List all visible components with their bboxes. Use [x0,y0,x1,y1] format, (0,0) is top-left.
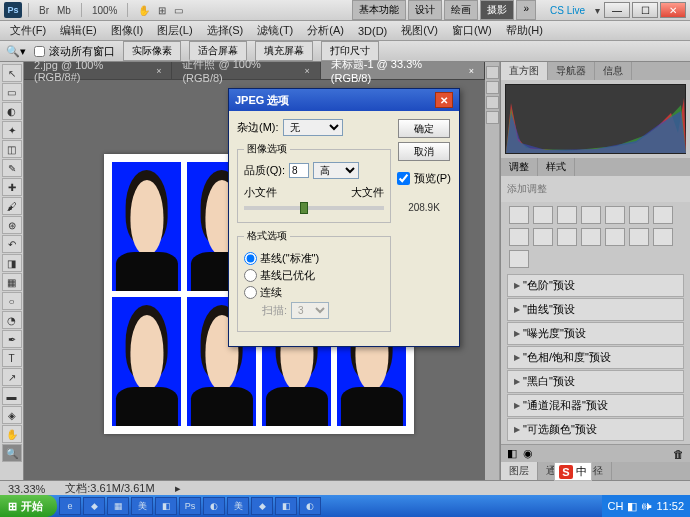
brush-tool[interactable]: 🖌 [2,197,22,215]
ok-button[interactable]: 确定 [398,119,450,138]
quality-select[interactable]: 高 [313,162,359,179]
close-icon[interactable]: × [305,66,310,76]
adj-bw-icon[interactable] [509,228,529,246]
adj-exposure-icon[interactable] [581,206,601,224]
blur-tool[interactable]: ○ [2,292,22,310]
gradient-tool[interactable]: ▦ [2,273,22,291]
taskbar-item[interactable]: ◆ [251,497,273,515]
menu-analysis[interactable]: 分析(A) [301,21,350,40]
trash-icon[interactable]: 🗑 [673,448,684,460]
menu-filter[interactable]: 滤镜(T) [251,21,299,40]
doc-tab-1[interactable]: 2.jpg @ 100% (RGB/8#)× [24,62,172,79]
taskbar-item[interactable]: Ps [179,497,201,515]
tab-layers[interactable]: 图层 [501,462,538,480]
minimize-button[interactable]: — [604,2,630,18]
menu-select[interactable]: 选择(S) [201,21,250,40]
menu-image[interactable]: 图像(I) [105,21,149,40]
adj-vibrance-icon[interactable] [605,206,625,224]
taskbar-item[interactable]: e [59,497,81,515]
menu-view[interactable]: 视图(V) [395,21,444,40]
dialog-close-button[interactable]: ✕ [435,92,453,108]
cslive-menu-icon[interactable]: ▾ [591,4,604,17]
dialog-titlebar[interactable]: JPEG 选项 ✕ [229,89,459,111]
slider-thumb[interactable] [300,202,308,214]
marquee-tool[interactable]: ▭ [2,83,22,101]
lasso-tool[interactable]: ◐ [2,102,22,120]
close-button[interactable]: ✕ [660,2,686,18]
doc-tab-2[interactable]: 证件照 @ 100%(RGB/8)× [172,62,320,79]
cancel-button[interactable]: 取消 [398,142,450,161]
tab-navigator[interactable]: 导航器 [548,62,595,80]
baseline-radio[interactable] [244,252,257,265]
tray-icon[interactable]: CH [608,500,624,512]
view-icon[interactable]: ⊞ [154,4,170,17]
quality-input[interactable] [289,163,309,178]
adj-invert-icon[interactable] [581,228,601,246]
adj-mixer-icon[interactable] [557,228,577,246]
close-icon[interactable]: × [469,66,474,76]
menu-layer[interactable]: 图层(L) [151,21,198,40]
ime-indicator[interactable]: S中 [554,462,592,481]
adj-posterize-icon[interactable] [605,228,625,246]
matte-select[interactable]: 无 [283,119,343,136]
ws-design[interactable]: 设计 [408,0,442,20]
preset-item[interactable]: ▶"黑白"预设 [507,370,684,393]
cslive-link[interactable]: CS Live [550,5,585,16]
preset-item[interactable]: ▶"色阶"预设 [507,274,684,297]
dodge-tool[interactable]: ◔ [2,311,22,329]
panel-icon[interactable] [486,111,499,124]
tool-preset-icon[interactable]: 🔍▾ [6,45,26,58]
taskbar-item[interactable]: ◆ [83,497,105,515]
path-tool[interactable]: ↗ [2,368,22,386]
doc-tab-3[interactable]: 未标题-1 @ 33.3% (RGB/8)× [321,62,485,79]
eraser-tool[interactable]: ◨ [2,254,22,272]
tab-info[interactable]: 信息 [595,62,632,80]
adj-curves-icon[interactable] [557,206,577,224]
preview-checkbox[interactable] [397,172,410,185]
tab-adjustments[interactable]: 调整 [501,158,538,176]
maximize-button[interactable]: ☐ [632,2,658,18]
hand-icon[interactable]: ✋ [134,4,154,17]
preset-item[interactable]: ▶"可选颜色"预设 [507,418,684,441]
adj-selective-icon[interactable] [509,250,529,268]
preset-item[interactable]: ▶"通道混和器"预设 [507,394,684,417]
shape-tool[interactable]: ▬ [2,387,22,405]
adj-hue-icon[interactable] [629,206,649,224]
minibridge-icon[interactable]: Mb [53,4,75,17]
taskbar-item[interactable]: ▦ [107,497,129,515]
menu-3d[interactable]: 3D(D) [352,23,393,39]
adj-brightness-icon[interactable] [509,206,529,224]
ws-more-icon[interactable]: » [516,0,536,20]
zoom-tool[interactable]: 🔍 [2,444,22,462]
ws-essentials[interactable]: 基本功能 [352,0,406,20]
zoom-level[interactable]: 100% [88,4,122,17]
screen-mode-icon[interactable]: ▭ [170,4,187,17]
taskbar-item[interactable]: ◧ [275,497,297,515]
preset-item[interactable]: ▶"曝光度"预设 [507,322,684,345]
taskbar-item[interactable]: 美 [131,497,153,515]
progressive-radio[interactable] [244,286,257,299]
menu-edit[interactable]: 编辑(E) [54,21,103,40]
panel-icon[interactable] [486,66,499,79]
preset-item[interactable]: ▶"色相/饱和度"预设 [507,346,684,369]
system-tray[interactable]: CH ◧ 🕪 11:52 [602,495,690,517]
3d-tool[interactable]: ◈ [2,406,22,424]
scroll-all-checkbox[interactable] [34,46,45,57]
wand-tool[interactable]: ✦ [2,121,22,139]
close-icon[interactable]: × [156,66,161,76]
footer-icon[interactable]: ◉ [523,447,533,460]
footer-icon[interactable]: ◧ [507,447,517,460]
pen-tool[interactable]: ✒ [2,330,22,348]
start-button[interactable]: ⊞开始 [0,495,57,517]
move-tool[interactable]: ↖ [2,64,22,82]
statusbar-menu-icon[interactable]: ▸ [175,482,181,495]
tab-masks[interactable]: 样式 [538,158,575,176]
adj-photo-filter-icon[interactable] [533,228,553,246]
menu-help[interactable]: 帮助(H) [500,21,549,40]
stamp-tool[interactable]: ⊛ [2,216,22,234]
tray-icon[interactable]: 🕪 [641,500,652,512]
hand-tool[interactable]: ✋ [2,425,22,443]
zoom-value[interactable]: 33.33% [8,483,45,495]
eyedropper-tool[interactable]: ✎ [2,159,22,177]
adj-threshold-icon[interactable] [629,228,649,246]
